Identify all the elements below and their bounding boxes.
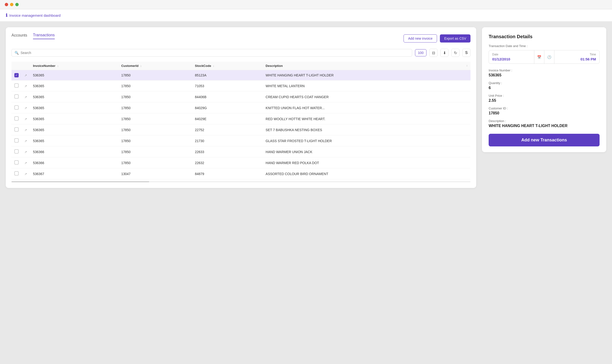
row-checkbox-cell[interactable] (12, 91, 22, 103)
expand-icon[interactable]: ↗ (24, 106, 27, 110)
time-field-label: Time (590, 53, 596, 56)
add-transactions-button[interactable]: Add new Transactions (489, 134, 599, 146)
table-row[interactable]: ↗5363651785084029ERED WOOLLY HOTTIE WHIT… (12, 114, 470, 124)
row-checkbox[interactable] (14, 94, 19, 99)
row-checkbox-cell[interactable] (12, 114, 22, 124)
row-checkbox[interactable] (14, 138, 19, 143)
filter-button[interactable]: ⊟ (429, 49, 437, 57)
expand-icon[interactable]: ↗ (24, 95, 27, 99)
description-field: Description : WHITE HANGING HEART T-LIGH… (489, 119, 599, 128)
cell-customer_id: 17850 (118, 91, 192, 103)
table-row[interactable]: ↗5363661785022632HAND WARMER RED POLKA D… (12, 157, 470, 168)
row-checkbox[interactable] (14, 149, 19, 154)
cell-invoice_number: 536366 (30, 146, 118, 157)
row-checkbox-cell[interactable] (12, 135, 22, 146)
row-checkbox-cell[interactable] (12, 168, 22, 179)
table-row[interactable]: ↗5363661785022633HAND WARMER UNION JACK (12, 146, 470, 157)
row-checkbox[interactable] (14, 127, 19, 132)
table-row[interactable]: ↗5363651785084406BCREAM CUPID HEARTS COA… (12, 91, 470, 103)
table-header-row: InvoiceNumber ↕ CustomerId ↕ StockCode ↕ (12, 62, 470, 70)
header-description[interactable]: Description ↕ (263, 62, 470, 70)
row-expand-cell[interactable]: ↗ (22, 157, 30, 168)
app-header: ℹ Invoice management dashboard (0, 9, 612, 22)
download-button[interactable]: ⬇ (440, 49, 449, 57)
customer-id-value: 17850 (489, 111, 599, 115)
row-checkbox[interactable]: ✓ (14, 73, 19, 77)
row-expand-cell[interactable]: ↗ (22, 146, 30, 157)
traffic-light-green[interactable] (15, 3, 19, 6)
scrollbar[interactable] (12, 181, 470, 182)
row-checkbox[interactable] (14, 83, 19, 88)
header-stock-code[interactable]: StockCode ↕ (192, 62, 263, 70)
cell-invoice_number: 536365 (30, 70, 118, 80)
row-checkbox-cell[interactable] (12, 146, 22, 157)
cell-description: HAND WARMER UNION JACK (263, 146, 470, 157)
tab-transactions[interactable]: Transactions (33, 33, 55, 39)
export-csv-button[interactable]: Export as CSV (440, 34, 470, 42)
cell-description: SET 7 BABUSHKA NESTING BOXES (263, 124, 470, 135)
traffic-light-red[interactable] (5, 3, 8, 6)
expand-icon[interactable]: ↗ (24, 117, 27, 121)
row-checkbox-cell[interactable] (12, 103, 22, 114)
expand-icon[interactable]: ↗ (24, 161, 27, 165)
expand-icon[interactable]: ↗ (24, 139, 27, 143)
expand-icon[interactable]: ↗ (24, 84, 27, 88)
row-checkbox-cell[interactable] (12, 157, 22, 168)
row-checkbox-cell[interactable] (12, 80, 22, 91)
row-checkbox[interactable] (14, 116, 19, 121)
customer-id-label: Customer ID : (489, 106, 599, 110)
table-row[interactable]: ↗5363651785071053WHITE METAL LANTERN (12, 80, 470, 91)
expand-icon[interactable]: ↗ (24, 150, 27, 154)
cell-invoice_number: 536365 (30, 91, 118, 103)
expand-icon[interactable]: ↗ (24, 128, 27, 132)
row-expand-cell[interactable]: ↗ (22, 114, 30, 124)
row-expand-cell[interactable]: ↗ (22, 168, 30, 179)
row-expand-cell[interactable]: ↗ (22, 70, 30, 80)
description-value: WHITE HANGING HEART T-LIGHT HOLDER (489, 124, 599, 128)
row-checkbox[interactable] (14, 171, 19, 176)
row-checkbox-cell[interactable] (12, 124, 22, 135)
cell-description: WHITE METAL LANTERN (263, 80, 470, 91)
table-row[interactable]: ↗5363671304784879ASSORTED COLOUR BIRD OR… (12, 168, 470, 179)
expand-icon[interactable]: ↗ (24, 74, 27, 77)
table-row[interactable]: ✓↗5363651785085123AWHITE HANGING HEART T… (12, 70, 470, 80)
traffic-light-yellow[interactable] (10, 3, 14, 6)
row-expand-cell[interactable]: ↗ (22, 103, 30, 114)
cell-customer_id: 17850 (118, 157, 192, 168)
cell-stock_code: 22633 (192, 146, 263, 157)
header-expand-cell (22, 62, 30, 70)
header-customer-id[interactable]: CustomerId ↕ (118, 62, 192, 70)
row-checkbox[interactable] (14, 105, 19, 110)
cell-invoice_number: 536365 (30, 124, 118, 135)
table-row[interactable]: ↗5363651785022752SET 7 BABUSHKA NESTING … (12, 124, 470, 135)
expand-icon[interactable]: ↗ (24, 172, 27, 176)
unit-price-value: 2.55 (489, 98, 599, 103)
row-expand-cell[interactable]: ↗ (22, 124, 30, 135)
page-size-selector[interactable]: 100 (415, 49, 426, 56)
invoice-number-label: Invoice Number : (489, 68, 599, 72)
date-time-box: Date 01/12/2010 📅 🕐 Time 01:56 PM (489, 50, 599, 64)
quantity-value: 6 (489, 86, 599, 90)
tab-accounts[interactable]: Accounts (12, 33, 27, 39)
header-invoice-number[interactable]: InvoiceNumber ↕ (30, 62, 118, 70)
table-row[interactable]: ↗5363651785084029GKNITTED UNION FLAG HOT… (12, 103, 470, 114)
cell-invoice_number: 536365 (30, 80, 118, 91)
search-input[interactable] (21, 51, 409, 55)
row-checkbox[interactable] (14, 160, 19, 165)
title-bar (0, 0, 612, 9)
cell-invoice_number: 536365 (30, 135, 118, 146)
info-icon: ℹ (6, 13, 7, 18)
refresh-button[interactable]: ↻ (451, 49, 460, 57)
unit-price-field: Unit Price : 2.55 (489, 94, 599, 103)
table-row[interactable]: ↗5363651785021730GLASS STAR FROSTED T-LI… (12, 135, 470, 146)
clock-icon: 🕐 (547, 55, 551, 59)
row-expand-cell[interactable]: ↗ (22, 80, 30, 91)
row-expand-cell[interactable]: ↗ (22, 135, 30, 146)
settings-button[interactable]: S (462, 49, 470, 57)
cell-description: ASSORTED COLOUR BIRD ORNAMENT (263, 168, 470, 179)
toolbar: 🔍 100 ⊟ ⬇ ↻ S (12, 49, 470, 57)
row-expand-cell[interactable]: ↗ (22, 91, 30, 103)
add-invoice-button[interactable]: Add new invoice (404, 34, 437, 42)
row-checkbox-cell[interactable]: ✓ (12, 70, 22, 80)
main-content: Accounts Transactions Add new invoice Ex… (0, 22, 612, 194)
